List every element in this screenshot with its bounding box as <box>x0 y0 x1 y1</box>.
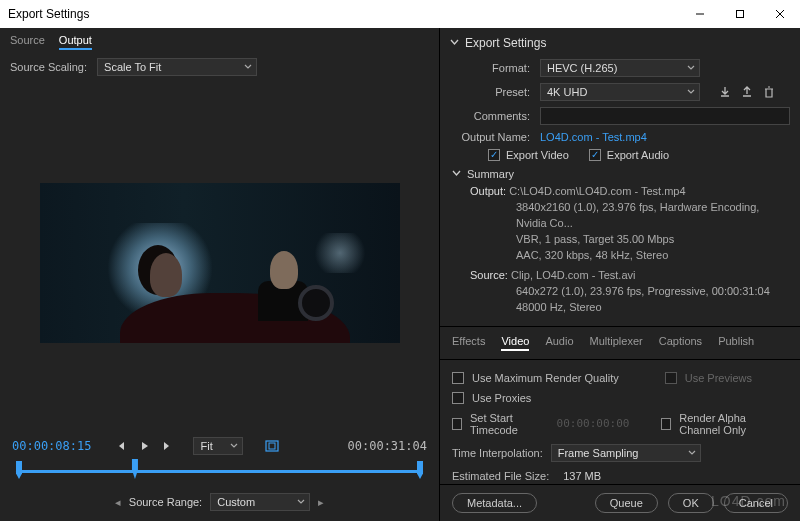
use-previews-label: Use Previews <box>685 372 752 384</box>
tab-captions[interactable]: Captions <box>659 335 702 351</box>
export-video-checkbox[interactable] <box>488 149 500 161</box>
settings-panel: Export Settings Format: HEVC (H.265) Pre… <box>440 28 800 521</box>
preview-panel: Source Output Source Scaling: Scale To F… <box>0 28 440 521</box>
time-interpolation-select[interactable]: Frame Sampling <box>551 444 701 462</box>
export-audio-label: Export Audio <box>607 149 669 161</box>
source-range-select[interactable]: Custom <box>210 493 310 511</box>
tab-publish[interactable]: Publish <box>718 335 754 351</box>
twirl-down-icon <box>452 168 461 180</box>
queue-button[interactable]: Queue <box>595 493 658 513</box>
max-render-quality-label: Use Maximum Render Quality <box>472 372 619 384</box>
output-name-link[interactable]: LO4D.com - Test.mp4 <box>540 131 647 143</box>
play-icon[interactable] <box>135 438 153 454</box>
format-label: Format: <box>450 62 530 74</box>
save-preset-icon[interactable] <box>718 85 732 99</box>
out-point-handle[interactable] <box>417 461 423 479</box>
render-alpha-label: Render Alpha Channel Only <box>679 412 788 436</box>
render-alpha-checkbox[interactable] <box>661 418 671 430</box>
export-video-label: Export Video <box>506 149 569 161</box>
tab-output[interactable]: Output <box>59 34 92 50</box>
tab-source[interactable]: Source <box>10 34 45 50</box>
import-preset-icon[interactable] <box>740 85 754 99</box>
delete-preset-icon[interactable] <box>762 85 776 99</box>
start-timecode-value: 00:00:00:00 <box>557 417 630 430</box>
set-start-timecode-label: Set Start Timecode <box>470 412 545 436</box>
use-proxies-checkbox[interactable] <box>452 392 464 404</box>
time-interpolation-label: Time Interpolation: <box>452 447 543 459</box>
svg-rect-1 <box>737 11 744 18</box>
minimize-button[interactable] <box>680 0 720 28</box>
maximize-button[interactable] <box>720 0 760 28</box>
chevron-down-icon <box>297 496 305 508</box>
tab-multiplexer[interactable]: Multiplexer <box>590 335 643 351</box>
step-back-icon[interactable]: ◂ <box>115 496 121 509</box>
duration-timecode: 00:00:31:04 <box>348 439 427 453</box>
playhead[interactable] <box>130 459 140 479</box>
source-range-label: Source Range: <box>129 496 202 508</box>
export-audio-checkbox[interactable] <box>589 149 601 161</box>
video-preview <box>40 183 400 343</box>
tab-video[interactable]: Video <box>501 335 529 351</box>
aspect-ratio-icon[interactable] <box>263 438 281 454</box>
in-point-handle[interactable] <box>16 461 22 479</box>
chevron-down-icon <box>688 447 696 459</box>
next-frame-icon[interactable] <box>157 438 175 454</box>
set-start-timecode-checkbox[interactable] <box>452 418 462 430</box>
use-previews-checkbox <box>665 372 677 384</box>
format-select[interactable]: HEVC (H.265) <box>540 59 700 77</box>
svg-rect-5 <box>269 443 275 449</box>
timeline-scrubber[interactable] <box>16 463 423 481</box>
cancel-button[interactable]: Cancel <box>724 493 788 513</box>
max-render-quality-checkbox[interactable] <box>452 372 464 384</box>
preview-tabs: Source Output <box>0 28 439 54</box>
comments-input[interactable] <box>540 107 790 125</box>
twirl-down-icon <box>450 36 459 50</box>
prev-frame-icon[interactable] <box>113 438 131 454</box>
preset-select[interactable]: 4K UHD <box>540 83 700 101</box>
ok-button[interactable]: OK <box>668 493 714 513</box>
title-bar: Export Settings <box>0 0 800 28</box>
source-scaling-select[interactable]: Scale To Fit <box>97 58 257 76</box>
tab-effects[interactable]: Effects <box>452 335 485 351</box>
chevron-down-icon <box>244 61 252 73</box>
tab-audio[interactable]: Audio <box>545 335 573 351</box>
estimated-file-size-value: 137 MB <box>563 470 601 482</box>
preset-label: Preset: <box>450 86 530 98</box>
zoom-fit-select[interactable]: Fit <box>193 437 243 455</box>
window-title: Export Settings <box>8 7 89 21</box>
chevron-down-icon <box>230 440 238 452</box>
close-button[interactable] <box>760 0 800 28</box>
summary-source: Source: Clip, LO4D.com - Test.avi 640x27… <box>470 268 790 316</box>
use-proxies-label: Use Proxies <box>472 392 531 404</box>
export-settings-header[interactable]: Export Settings <box>440 28 800 56</box>
source-scaling-label: Source Scaling: <box>10 61 87 73</box>
estimated-file-size-label: Estimated File Size: <box>452 470 549 482</box>
output-name-label: Output Name: <box>450 131 530 143</box>
chevron-down-icon <box>687 86 695 98</box>
summary-output: Output: C:\LO4D.com\LO4D.com - Test.mp4 … <box>470 184 790 264</box>
metadata-button[interactable]: Metadata... <box>452 493 537 513</box>
step-forward-icon[interactable]: ▸ <box>318 496 324 509</box>
summary-header[interactable]: Summary <box>452 168 790 180</box>
chevron-down-icon <box>687 62 695 74</box>
comments-label: Comments: <box>450 110 530 122</box>
codec-tabs: Effects Video Audio Multiplexer Captions… <box>440 326 800 360</box>
current-timecode[interactable]: 00:00:08:15 <box>12 439 91 453</box>
